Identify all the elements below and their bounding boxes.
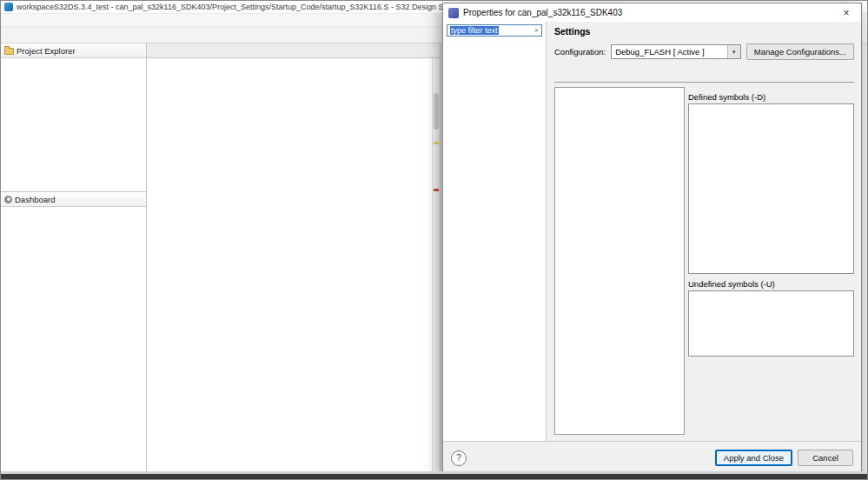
project-explorer-panel: Project Explorer [1, 43, 146, 192]
filter-text: type filter text [450, 26, 499, 35]
project-explorer-tree[interactable] [1, 58, 146, 191]
page-title: Settings [554, 26, 854, 37]
scrollbar-thumb[interactable] [434, 93, 439, 130]
undefined-symbols-list[interactable] [688, 290, 854, 357]
dialog-title: Properties for can_pal_s32k116_SDK403 [463, 8, 622, 17]
left-column: Project Explorer Dashboard [1, 43, 147, 471]
configuration-value: Debug_FLASH [ Active ] [615, 47, 704, 57]
editor-tab-bar [147, 43, 440, 58]
dashboard-view-icon [4, 196, 12, 203]
settings-page: Settings Configuration: Debug_FLASH [ Ac… [547, 22, 861, 441]
explorer-view-icon [4, 48, 14, 55]
defined-symbols-list[interactable] [688, 103, 854, 274]
dialog-close-button[interactable] [832, 3, 861, 22]
editor-area [147, 43, 441, 471]
dashboard-title: Dashboard [15, 195, 55, 204]
help-button[interactable]: ? [451, 450, 467, 466]
defined-symbols-header: Defined symbols (-D) [688, 90, 854, 103]
dashboard-body [1, 207, 146, 471]
screen: workspaceS32DS.3.4_test - can_pal_s32k11… [0, 0, 868, 480]
filter-input[interactable]: type filter text [447, 24, 542, 37]
chevron-down-icon[interactable]: ▼ [727, 45, 740, 58]
undefined-symbols-label: Undefined symbols (-U) [688, 279, 775, 289]
configuration-label: Configuration: [554, 47, 606, 57]
occurrence-marker[interactable] [434, 142, 439, 144]
tool-settings-tree[interactable] [554, 87, 685, 435]
app-icon [4, 3, 13, 11]
cancel-button[interactable]: Cancel [798, 450, 853, 466]
clear-filter-icon[interactable] [534, 26, 539, 35]
code-editor[interactable] [147, 59, 432, 471]
undefined-symbols-header: Undefined symbols (-U) [688, 277, 854, 290]
editor-body[interactable] [147, 58, 440, 471]
tool-settings-content: Defined symbols (-D) Undefined symbols (… [554, 87, 854, 435]
dialog-icon [448, 8, 459, 18]
dashboard-panel: Dashboard [1, 192, 146, 471]
project-explorer-header: Project Explorer [1, 43, 146, 58]
dialog-button-bar: ? Apply and Close Cancel [443, 441, 861, 474]
manage-configurations-button[interactable]: Manage Configurations... [746, 43, 854, 60]
dashboard-header: Dashboard [1, 192, 146, 207]
dialog-titlebar: Properties for can_pal_s32k116_SDK403 [443, 3, 861, 22]
apply-and-close-button[interactable]: Apply and Close [715, 450, 792, 466]
configuration-row: Configuration: Debug_FLASH [ Active ] ▼ … [554, 43, 854, 60]
defined-symbols-label: Defined symbols (-D) [688, 92, 765, 102]
editor-scrollbar[interactable] [432, 58, 440, 471]
dialog-nav-pane: type filter text [443, 22, 547, 441]
properties-dialog: Properties for can_pal_s32k116_SDK403 ty… [442, 3, 862, 475]
project-explorer-title: Project Explorer [17, 46, 76, 56]
taskbar [1, 474, 867, 479]
dialog-body: type filter text Settings Configuration:… [443, 22, 861, 474]
settings-tab-bar [554, 67, 854, 83]
problem-marker[interactable] [434, 189, 439, 191]
preprocessor-options: Defined symbols (-D) Undefined symbols (… [688, 87, 854, 435]
configuration-combo[interactable]: Debug_FLASH [ Active ] ▼ [611, 44, 741, 59]
